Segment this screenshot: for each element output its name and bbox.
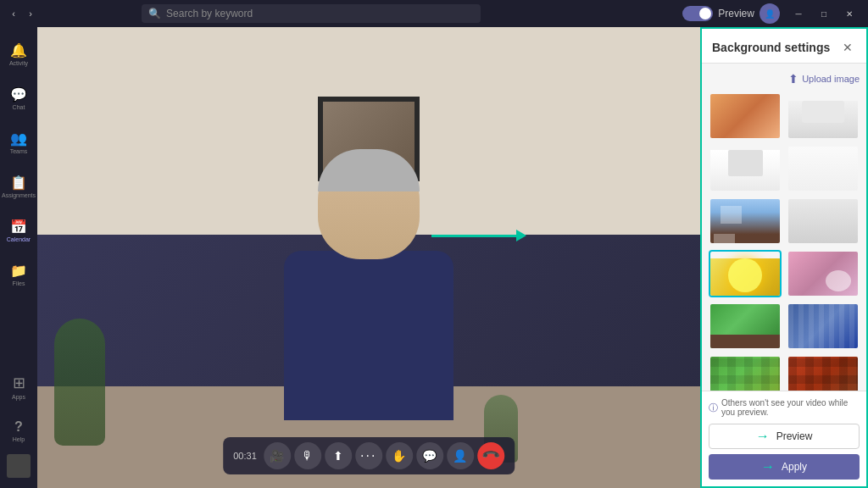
sidebar-label-apps: Apps: [12, 394, 25, 400]
bg-thumb-minecraft-green[interactable]: [709, 355, 782, 391]
calendar-icon: 📅: [10, 219, 27, 235]
bg-thumb-bright-room[interactable]: [709, 145, 782, 192]
person-figure: [284, 149, 453, 420]
sidebar-label-teams: Teams: [10, 148, 28, 154]
sidebar-item-calendar[interactable]: 📅 Calendar: [3, 210, 34, 251]
minimize-button[interactable]: ─: [787, 5, 810, 22]
sidebar: 🔔 Activity 💬 Chat 👥 Teams 📋 Assignments …: [0, 27, 37, 488]
background-grid: [709, 92, 860, 391]
apps-icon: ⊞: [13, 374, 25, 392]
bg-thumb-white-room[interactable]: [787, 92, 860, 140]
toggle-knob: [699, 8, 711, 19]
panel-content: ⬆ Upload image: [702, 64, 866, 391]
search-placeholder: Search by keyword: [166, 8, 253, 19]
help-icon: ?: [14, 419, 23, 435]
preview-toggle-switch[interactable]: [682, 6, 713, 21]
sidebar-item-files[interactable]: 📁 Files: [3, 254, 34, 295]
controls-bar: 00:31 🎥 🎙 ⬆ ··· ✋ 💬 👤 📞: [223, 437, 515, 474]
background-settings-panel: Background settings ✕ ⬆ Upload image: [700, 27, 868, 488]
bg-thumb-inner: [710, 304, 780, 348]
window-controls: ─ □ ✕: [787, 5, 861, 22]
bg-thumb-library[interactable]: [787, 302, 860, 350]
upload-icon: ⬆: [788, 72, 798, 86]
bg-thumb-garden[interactable]: [709, 302, 782, 350]
bg-thumb-inner: [788, 304, 858, 348]
share-button[interactable]: ⬆: [325, 442, 352, 469]
bg-thumb-inner: [710, 258, 780, 297]
chat-button[interactable]: 💬: [416, 442, 443, 469]
bg-thumb-inner: [788, 252, 858, 296]
bg-thumb-inner: [788, 357, 858, 391]
preview-note: ⓘ Others won't see your video while you …: [709, 398, 860, 417]
back-button[interactable]: ‹: [7, 7, 20, 20]
video-area: 00:31 🎥 🎙 ⬆ ··· ✋ 💬 👤 📞: [37, 27, 700, 488]
camera-button[interactable]: 🎥: [264, 442, 291, 469]
chat-icon: 💬: [10, 86, 27, 103]
sidebar-label-chat: Chat: [13, 104, 25, 110]
arrow-indicator: [431, 230, 526, 241]
sidebar-label-calendar: Calendar: [7, 236, 31, 242]
mic-button[interactable]: 🎙: [294, 442, 321, 469]
user-avatar[interactable]: 👤: [760, 3, 780, 24]
bg-thumb-minecraft-dark[interactable]: [787, 355, 860, 391]
hang-up-button[interactable]: 📞: [471, 436, 509, 474]
avatar-img: 👤: [765, 9, 775, 19]
sidebar-item-activity[interactable]: 🔔 Activity: [3, 34, 34, 75]
panel-header: Background settings ✕: [702, 29, 866, 64]
panel-footer: ⓘ Others won't see your video while you …: [702, 391, 866, 486]
nav-controls: ‹ ›: [7, 7, 37, 20]
person-body: [284, 251, 453, 420]
restore-button[interactable]: □: [812, 5, 836, 22]
sidebar-label-activity: Activity: [9, 60, 28, 66]
sidebar-label-files: Files: [13, 280, 25, 286]
sidebar-item-assignments[interactable]: 📋 Assignments: [3, 166, 34, 207]
panel-close-button[interactable]: ✕: [839, 39, 856, 56]
activity-icon: 🔔: [10, 42, 27, 58]
preview-toggle-label: Preview: [718, 8, 754, 19]
bg-thumb-inner: [710, 150, 780, 192]
sidebar-item-chat[interactable]: 💬 Chat: [3, 78, 34, 119]
files-icon: 📁: [10, 263, 27, 279]
sidebar-item-help[interactable]: ? Help: [3, 410, 34, 451]
plant-left: [54, 319, 105, 446]
preview-note-text: Others won't see your video while you pr…: [721, 398, 860, 417]
bg-thumb-pink-rocks[interactable]: [787, 250, 860, 297]
search-bar[interactable]: 🔍 Search by keyword: [142, 4, 481, 23]
call-timer: 00:31: [233, 451, 257, 461]
info-icon: ⓘ: [709, 402, 718, 414]
apply-btn-label: Apply: [782, 461, 807, 473]
upload-image-button[interactable]: ⬆ Upload image: [709, 70, 860, 92]
assignments-icon: 📋: [10, 175, 27, 191]
bg-thumb-inner: [788, 199, 858, 243]
sidebar-label-help: Help: [13, 436, 25, 442]
bg-thumb-inner: [710, 357, 780, 391]
bg-thumb-inner: [788, 147, 858, 191]
panel-title: Background settings: [712, 41, 830, 54]
preview-arrow-icon: →: [756, 429, 770, 444]
bg-thumb-inner: [710, 94, 780, 138]
teams-icon: 👥: [10, 130, 27, 147]
participants-button[interactable]: 👤: [447, 442, 474, 469]
bg-thumb-office-window[interactable]: [709, 197, 782, 245]
bg-thumb-empty-gray[interactable]: [787, 197, 860, 245]
preview-toggle-area: Preview 👤: [682, 3, 780, 24]
apply-button[interactable]: → Apply: [709, 454, 860, 480]
person-hair: [318, 149, 420, 191]
forward-button[interactable]: ›: [24, 7, 37, 20]
sidebar-item-apps[interactable]: ⊞ Apps: [3, 366, 34, 407]
sidebar-item-teams[interactable]: 👥 Teams: [3, 122, 34, 163]
bg-thumb-white-minimal[interactable]: [787, 145, 860, 192]
upload-label: Upload image: [802, 74, 860, 84]
bg-thumb-orange-sunset[interactable]: [709, 92, 782, 140]
apply-arrow-icon: →: [761, 459, 775, 474]
bg-thumb-yellow-abstract[interactable]: [709, 250, 782, 297]
preview-button[interactable]: → Preview: [709, 424, 860, 449]
more-options-button[interactable]: ···: [355, 442, 382, 469]
raise-hand-button[interactable]: ✋: [386, 442, 413, 469]
sidebar-label-assignments: Assignments: [2, 192, 36, 198]
video-feed: [37, 27, 700, 488]
arrow-line: [431, 235, 516, 237]
main-area: 🔔 Activity 💬 Chat 👥 Teams 📋 Assignments …: [0, 27, 868, 488]
preview-btn-label: Preview: [776, 430, 813, 442]
close-window-button[interactable]: ✕: [837, 5, 861, 22]
